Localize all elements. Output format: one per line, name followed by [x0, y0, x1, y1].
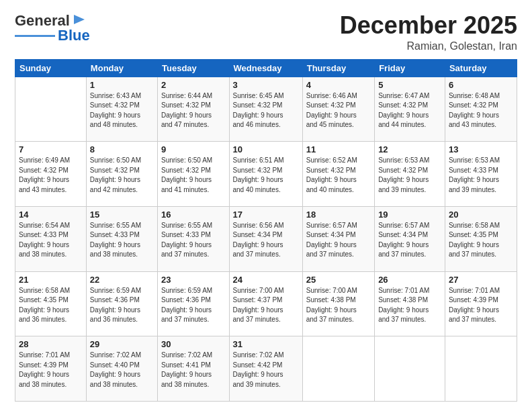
- calendar-table: SundayMondayTuesdayWednesdayThursdayFrid…: [15, 59, 517, 402]
- calendar-cell: 7Sunrise: 6:49 AMSunset: 4:32 PMDaylight…: [15, 142, 87, 207]
- month-title: December 2025: [340, 12, 517, 39]
- day-number: 15: [90, 210, 154, 220]
- day-info: Sunrise: 6:53 AMSunset: 4:32 PMDaylight:…: [378, 156, 441, 195]
- calendar-cell: 24Sunrise: 7:00 AMSunset: 4:37 PMDayligh…: [229, 271, 302, 336]
- day-info: Sunrise: 7:00 AMSunset: 4:38 PMDaylight:…: [306, 286, 371, 325]
- calendar-cell: [302, 336, 374, 402]
- calendar-cell: 29Sunrise: 7:02 AMSunset: 4:40 PMDayligh…: [86, 336, 157, 402]
- day-number: 8: [90, 144, 154, 154]
- day-number: 28: [19, 339, 83, 349]
- day-number: 21: [19, 275, 83, 285]
- day-number: 26: [378, 275, 441, 285]
- calendar-cell: 17Sunrise: 6:56 AMSunset: 4:34 PMDayligh…: [229, 206, 302, 271]
- calendar-cell: 16Sunrise: 6:55 AMSunset: 4:33 PMDayligh…: [158, 206, 230, 271]
- day-info: Sunrise: 7:02 AMSunset: 4:40 PMDaylight:…: [90, 351, 154, 390]
- calendar-cell: 30Sunrise: 7:02 AMSunset: 4:41 PMDayligh…: [158, 336, 230, 402]
- calendar-cell: 22Sunrise: 6:59 AMSunset: 4:36 PMDayligh…: [86, 271, 157, 336]
- calendar-cell: 9Sunrise: 6:50 AMSunset: 4:32 PMDaylight…: [158, 142, 230, 207]
- calendar-cell: 8Sunrise: 6:50 AMSunset: 4:32 PMDaylight…: [86, 142, 157, 207]
- day-number: 22: [90, 275, 154, 285]
- day-number: 17: [233, 210, 299, 220]
- day-number: 12: [378, 144, 441, 154]
- day-number: 29: [90, 339, 154, 349]
- day-info: Sunrise: 6:50 AMSunset: 4:32 PMDaylight:…: [161, 156, 226, 195]
- day-number: 10: [233, 144, 299, 154]
- calendar-cell: 13Sunrise: 6:53 AMSunset: 4:33 PMDayligh…: [445, 142, 517, 207]
- title-block: December 2025 Ramian, Golestan, Iran: [340, 12, 517, 52]
- calendar-cell: 25Sunrise: 7:00 AMSunset: 4:38 PMDayligh…: [302, 271, 374, 336]
- day-number: 18: [306, 210, 371, 220]
- calendar-cell: 4Sunrise: 6:46 AMSunset: 4:32 PMDaylight…: [302, 77, 374, 142]
- calendar-cell: 21Sunrise: 6:58 AMSunset: 4:35 PMDayligh…: [15, 271, 87, 336]
- day-info: Sunrise: 6:48 AMSunset: 4:32 PMDaylight:…: [449, 91, 513, 130]
- day-number: 11: [306, 144, 371, 154]
- day-info: Sunrise: 6:55 AMSunset: 4:33 PMDaylight:…: [161, 221, 226, 260]
- day-number: 27: [449, 275, 513, 285]
- day-number: 14: [19, 210, 83, 220]
- day-number: 3: [233, 80, 299, 90]
- calendar-header-saturday: Saturday: [445, 59, 517, 77]
- calendar-cell: 15Sunrise: 6:55 AMSunset: 4:33 PMDayligh…: [86, 206, 157, 271]
- calendar-week-5: 28Sunrise: 7:01 AMSunset: 4:39 PMDayligh…: [15, 336, 517, 402]
- day-info: Sunrise: 6:44 AMSunset: 4:32 PMDaylight:…: [161, 91, 226, 130]
- day-info: Sunrise: 6:57 AMSunset: 4:34 PMDaylight:…: [306, 221, 371, 260]
- day-info: Sunrise: 6:59 AMSunset: 4:36 PMDaylight:…: [90, 286, 154, 325]
- calendar-header-friday: Friday: [375, 59, 445, 77]
- calendar-cell: 5Sunrise: 6:47 AMSunset: 4:32 PMDaylight…: [375, 77, 445, 142]
- day-info: Sunrise: 6:46 AMSunset: 4:32 PMDaylight:…: [306, 91, 371, 130]
- calendar-cell: 11Sunrise: 6:52 AMSunset: 4:32 PMDayligh…: [302, 142, 374, 207]
- day-number: 5: [378, 80, 441, 90]
- calendar-header-thursday: Thursday: [302, 59, 374, 77]
- day-number: 7: [19, 144, 83, 154]
- calendar-cell: [445, 336, 517, 402]
- logo: General Blue: [15, 12, 90, 44]
- day-info: Sunrise: 7:02 AMSunset: 4:41 PMDaylight:…: [161, 351, 226, 390]
- day-number: 20: [449, 210, 513, 220]
- logo-line: [15, 35, 55, 37]
- day-info: Sunrise: 6:57 AMSunset: 4:34 PMDaylight:…: [378, 221, 441, 260]
- day-info: Sunrise: 6:59 AMSunset: 4:36 PMDaylight:…: [161, 286, 226, 325]
- calendar-cell: 20Sunrise: 6:58 AMSunset: 4:35 PMDayligh…: [445, 206, 517, 271]
- header: General Blue December 2025 Ramian, Goles…: [15, 12, 517, 52]
- logo-blue: Blue: [58, 27, 90, 44]
- calendar-cell: 26Sunrise: 7:01 AMSunset: 4:38 PMDayligh…: [375, 271, 445, 336]
- location-title: Ramian, Golestan, Iran: [340, 40, 517, 52]
- calendar-cell: 28Sunrise: 7:01 AMSunset: 4:39 PMDayligh…: [15, 336, 87, 402]
- day-info: Sunrise: 7:01 AMSunset: 4:39 PMDaylight:…: [449, 286, 513, 325]
- calendar-week-4: 21Sunrise: 6:58 AMSunset: 4:35 PMDayligh…: [15, 271, 517, 336]
- calendar-cell: 27Sunrise: 7:01 AMSunset: 4:39 PMDayligh…: [445, 271, 517, 336]
- day-number: 25: [306, 275, 371, 285]
- calendar-cell: 31Sunrise: 7:02 AMSunset: 4:42 PMDayligh…: [229, 336, 302, 402]
- day-info: Sunrise: 6:58 AMSunset: 4:35 PMDaylight:…: [449, 221, 513, 260]
- day-number: 13: [449, 144, 513, 154]
- day-info: Sunrise: 6:49 AMSunset: 4:32 PMDaylight:…: [19, 156, 83, 195]
- logo-icon: [71, 12, 86, 27]
- day-info: Sunrise: 6:52 AMSunset: 4:32 PMDaylight:…: [306, 156, 371, 195]
- calendar-week-2: 7Sunrise: 6:49 AMSunset: 4:32 PMDaylight…: [15, 142, 517, 207]
- day-info: Sunrise: 6:43 AMSunset: 4:32 PMDaylight:…: [90, 91, 154, 130]
- day-number: 6: [449, 80, 513, 90]
- calendar-cell: 23Sunrise: 6:59 AMSunset: 4:36 PMDayligh…: [158, 271, 230, 336]
- day-info: Sunrise: 6:56 AMSunset: 4:34 PMDaylight:…: [233, 221, 299, 260]
- day-info: Sunrise: 6:50 AMSunset: 4:32 PMDaylight:…: [90, 156, 154, 195]
- day-info: Sunrise: 6:55 AMSunset: 4:33 PMDaylight:…: [90, 221, 154, 260]
- calendar-cell: 14Sunrise: 6:54 AMSunset: 4:33 PMDayligh…: [15, 206, 87, 271]
- day-info: Sunrise: 6:51 AMSunset: 4:32 PMDaylight:…: [233, 156, 299, 195]
- day-info: Sunrise: 7:00 AMSunset: 4:37 PMDaylight:…: [233, 286, 299, 325]
- day-number: 1: [90, 80, 154, 90]
- day-number: 30: [161, 339, 226, 349]
- calendar-cell: 18Sunrise: 6:57 AMSunset: 4:34 PMDayligh…: [302, 206, 374, 271]
- calendar-cell: 10Sunrise: 6:51 AMSunset: 4:32 PMDayligh…: [229, 142, 302, 207]
- day-info: Sunrise: 6:58 AMSunset: 4:35 PMDaylight:…: [19, 286, 83, 325]
- calendar-header-row: SundayMondayTuesdayWednesdayThursdayFrid…: [15, 59, 517, 77]
- day-info: Sunrise: 6:54 AMSunset: 4:33 PMDaylight:…: [19, 221, 83, 260]
- calendar-header-sunday: Sunday: [15, 59, 87, 77]
- calendar-cell: 19Sunrise: 6:57 AMSunset: 4:34 PMDayligh…: [375, 206, 445, 271]
- calendar-cell: 6Sunrise: 6:48 AMSunset: 4:32 PMDaylight…: [445, 77, 517, 142]
- calendar-header-wednesday: Wednesday: [229, 59, 302, 77]
- day-info: Sunrise: 7:01 AMSunset: 4:38 PMDaylight:…: [378, 286, 441, 325]
- day-number: 2: [161, 80, 226, 90]
- day-number: 4: [306, 80, 371, 90]
- day-info: Sunrise: 7:02 AMSunset: 4:42 PMDaylight:…: [233, 351, 299, 390]
- day-number: 19: [378, 210, 441, 220]
